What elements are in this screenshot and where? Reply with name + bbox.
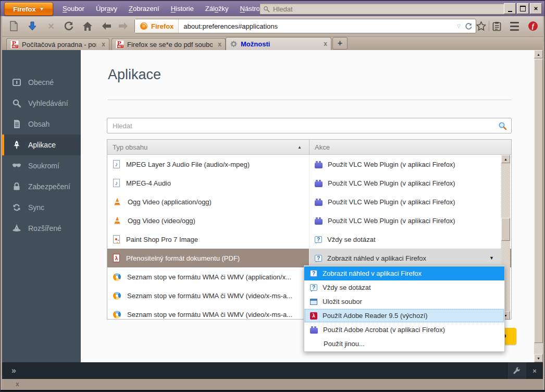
chevron-right-icon[interactable]: » (11, 366, 16, 375)
column-header-type[interactable]: Typ obsahu ▲ (107, 140, 309, 154)
content-type-label: MPEG-4 Audio (126, 179, 171, 187)
question-icon: ? (310, 270, 317, 277)
sidebar-item-zabezpeceni[interactable]: Zabezpečení (2, 176, 81, 197)
plugin-brick-icon (315, 200, 323, 206)
action-label: Použít VLC Web Plugin (v aplikaci Firefo… (328, 217, 455, 225)
titlebar: Firefox ▼ SouborÚpravyZobrazeníHistorieZ… (1, 1, 544, 16)
site-identity-chip[interactable]: Firefox (135, 19, 179, 33)
menu-hamburger-icon[interactable] (509, 20, 520, 32)
action-cell[interactable]: ?Vždy se dotázat (309, 230, 501, 249)
sidebar-item-obsah[interactable]: Obsah (2, 114, 81, 134)
page-scrollbar-up[interactable]: ▲ (534, 50, 543, 58)
content-type-cell: Ogg Video (video/ogg) (107, 211, 309, 230)
dropdown-item-4[interactable]: λPoužít Adobe Reader 9.5 (výchozí) (304, 309, 504, 323)
wrench-button[interactable] (507, 362, 526, 379)
sidebar-item-rozsirene[interactable]: Rozšířené (2, 218, 81, 239)
tab-2[interactable]: PNETFirefox se se*e do pdf souborů. - p.… (112, 38, 226, 50)
sidebar-item-label: Vyhledávání (28, 99, 68, 107)
downloads-icon[interactable] (26, 20, 39, 32)
search-input[interactable] (107, 121, 511, 130)
tab-close-icon[interactable]: x (216, 41, 221, 48)
bookmark-star-icon[interactable] (475, 20, 487, 32)
security-icon (12, 182, 21, 191)
bookmarks-menu-icon[interactable] (491, 20, 502, 32)
stop-icon[interactable]: × (45, 20, 57, 32)
url-bar[interactable]: Firefox about:preferences#applications ▽ (134, 19, 476, 33)
sidebar-item-soukromi[interactable]: Soukromí (2, 155, 81, 176)
menu-zobrazeni[interactable]: Zobrazení (123, 1, 165, 16)
developer-toolbar: » × (2, 362, 543, 379)
page-scrollbar-down[interactable]: ▼ (534, 354, 543, 362)
url-reload-icon[interactable] (465, 22, 473, 30)
dropdown-item-label: Použít jinou... (324, 340, 365, 348)
audio-file-icon: ♪ (113, 179, 120, 187)
sidebar-item-vyhledavani[interactable]: Vyhledávání (2, 93, 81, 114)
page-scrollbar[interactable]: ▲ ▼ (534, 50, 543, 362)
sidebar-item-label: Aplikace (28, 141, 56, 149)
action-cell[interactable]: Použít VLC Web Plugin (v aplikaci Firefo… (309, 174, 501, 192)
table-scrollbar-thumb[interactable] (501, 218, 510, 241)
question-icon: ? (315, 236, 322, 243)
applications-search-field[interactable] (107, 118, 512, 133)
tab-close-icon[interactable]: x (321, 40, 327, 47)
dropdown-item-label: Použít Adobe Reader 9.5 (výchozí) (323, 312, 428, 320)
minimize-button[interactable] (504, 3, 516, 14)
audio-file-icon: ♪ (113, 160, 120, 168)
content-type-label: Přenositelný formát dokumentu (PDF) (126, 254, 240, 262)
action-label: Použít VLC Web Plugin (v aplikaci Firefo… (328, 161, 455, 168)
pnet-favicon: PNET (10, 40, 19, 48)
content-type-cell: Seznam stop ve formátu WMA či WMV (appli… (107, 267, 309, 286)
sidebar-item-aplikace[interactable]: Aplikace (2, 134, 81, 155)
wmp-icon (113, 292, 121, 300)
column-header-action[interactable]: Akce (309, 140, 511, 154)
action-label: Použít VLC Web Plugin (v aplikaci Firefo… (328, 198, 455, 206)
content-type-label: Seznam stop ve formátu WMA či WMV (appli… (127, 273, 291, 281)
new-page-icon[interactable] (7, 20, 20, 32)
close-button[interactable]: ✕ (530, 3, 542, 14)
menu-historie[interactable]: Historie (165, 1, 200, 16)
forward-icon[interactable] (117, 20, 129, 32)
tab-1[interactable]: PNETPočítačová poradna - poradna.netx (6, 38, 109, 50)
tab-close-icon[interactable]: x (100, 41, 105, 48)
dropdown-item-5[interactable]: Použít Adobe Acrobat (v aplikaci Firefox… (304, 323, 504, 337)
action-dropdown-menu: ?Zobrazit náhled v aplikaci Firefox?Vždy… (304, 265, 505, 352)
action-cell[interactable]: Použít VLC Web Plugin (v aplikaci Firefo… (309, 155, 501, 174)
minimize-icon (508, 11, 512, 12)
action-cell[interactable]: Použít VLC Web Plugin (v aplikaci Firefo… (309, 211, 501, 230)
wrench-icon (513, 366, 521, 375)
tab-3[interactable]: Možnostix (226, 37, 331, 50)
content-type-cell: Ogg Video (application/ogg) (107, 192, 309, 211)
menu-soubor[interactable]: Soubor (57, 1, 90, 16)
dropdown-item-label: Vždy se dotázat (323, 284, 371, 291)
sidebar-item-label: Soukromí (28, 162, 59, 170)
sidebar-item-label: Rozšířené (28, 224, 61, 232)
addon-bar-close-button[interactable]: x (16, 381, 19, 388)
content-type-label: Ogg Video (video/ogg) (128, 217, 195, 225)
sidebar-item-obecne[interactable]: Obecné (2, 72, 81, 93)
menu-zalozky[interactable]: Záložky (200, 1, 234, 16)
dropdown-item-3[interactable]: Uložit soubor (304, 295, 504, 309)
reload-icon[interactable] (63, 20, 75, 32)
sidebar-item-label: Zabezpečení (28, 182, 70, 191)
gear-icon (230, 40, 238, 48)
dropdown-item-6[interactable]: Použít jinou... (304, 337, 504, 351)
back-icon[interactable] (100, 20, 113, 32)
action-cell[interactable]: Použít VLC Web Plugin (v aplikaci Firefo… (309, 192, 501, 211)
sidebar-item-sync[interactable]: Sync (2, 197, 81, 218)
dropdown-item-1[interactable]: ?Zobrazit náhled v aplikaci Firefox (304, 266, 504, 280)
table-scrollbar-up[interactable]: ▲ (501, 155, 510, 163)
devbar-close-button[interactable]: × (526, 367, 543, 375)
dropdown-item-2[interactable]: ?Vždy se dotázat (304, 280, 504, 295)
maximize-button[interactable] (517, 3, 529, 14)
new-tab-button[interactable]: + (332, 37, 348, 50)
vlc-cone-icon (113, 198, 121, 206)
action-select[interactable]: ?Zobrazit náhled v aplikaci Firefox▼ (309, 249, 501, 267)
page-scrollbar-thumb[interactable] (534, 59, 543, 343)
menu-upravy[interactable]: Úpravy (90, 1, 123, 16)
titlebar-search-box[interactable]: Hledat (259, 3, 512, 15)
flash-plugin-icon[interactable]: f (527, 20, 539, 32)
firefox-app-button[interactable]: Firefox ▼ (4, 2, 53, 16)
url-dropdown-icon[interactable]: ▽ (457, 23, 461, 29)
content-type-cell: Seznam stop ve formátu WMA či WMV (video… (107, 305, 309, 320)
home-icon[interactable] (81, 20, 94, 32)
